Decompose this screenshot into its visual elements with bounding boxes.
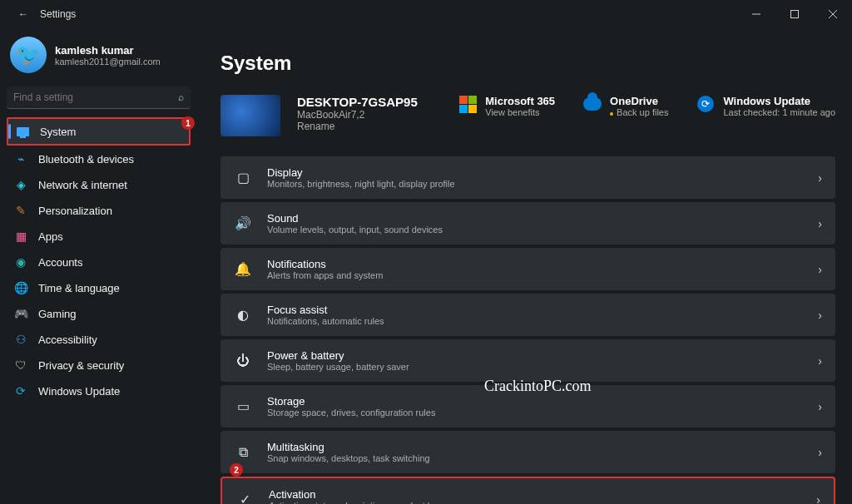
setting-notifications[interactable]: 🔔NotificationsAlerts from apps and syste… [220,248,835,290]
user-profile[interactable]: 🐦 kamlesh kumar kamlesh2011@gmail.com [7,32,196,86]
svg-rect-1 [791,11,799,18]
annotation-badge-2: 2 [230,463,243,477]
nav-label: System [40,126,76,138]
setting-power[interactable]: ⏻Power & batterySleep, battery usage, ba… [220,339,835,382]
setting-sound[interactable]: 🔊SoundVolume levels, output, input, soun… [220,202,835,245]
main-content: System DESKTOP-7GSAP95 MacBookAir7,2 Ren… [196,28,852,504]
tile-microsoft365[interactable]: Microsoft 365View benefits [458,95,555,117]
chevron-right-icon: › [818,400,822,413]
nav-bluetooth[interactable]: ⌁Bluetooth & devices [7,146,196,171]
nav-accounts[interactable]: ◉Accounts [7,250,196,274]
tile-sub: View benefits [485,107,555,117]
setting-activation[interactable]: ✓ActivationActivation state, subscriptio… [220,477,835,504]
nav-system[interactable]: System [7,117,191,146]
bluetooth-icon: ⌁ [13,151,28,166]
nav-label: Accounts [38,256,82,269]
power-icon: ⏻ [234,353,252,368]
brush-icon: ✎ [13,203,28,218]
search-icon: ⌕ [178,91,184,103]
window-title: Settings [40,8,76,20]
accessibility-icon: ⚇ [13,332,28,347]
chevron-right-icon: › [818,217,822,230]
display-icon: ▢ [234,170,252,185]
nav-windows-update[interactable]: ⟳Windows Update [7,378,196,403]
titlebar: ← Settings [0,0,852,28]
chevron-right-icon: › [818,263,822,276]
tile-windows-update[interactable]: ⟳ Windows UpdateLast checked: 1 minute a… [696,95,835,117]
sync-icon: ⟳ [13,383,28,398]
check-circle-icon: ✓ [235,492,254,504]
wifi-icon: ◈ [13,177,28,192]
nav-accessibility[interactable]: ⚇Accessibility [7,327,196,352]
chevron-right-icon: › [818,171,822,185]
minimize-button[interactable] [737,0,775,28]
setting-storage[interactable]: ▭StorageStorage space, drives, configura… [220,385,835,427]
person-icon: ◉ [13,254,28,269]
device-header: DESKTOP-7GSAP95 MacBookAir7,2 Rename Mic… [220,95,835,136]
tile-onedrive[interactable]: OneDriveBack up files [583,95,668,117]
cloud-icon [583,95,602,113]
nav-label: Accessibility [38,334,97,346]
tile-title: Microsoft 365 [485,95,555,107]
nav-label: Bluetooth & devices [38,153,134,166]
nav-label: Privacy & security [38,359,124,372]
device-thumbnail [220,95,280,136]
settings-list: ▢DisplayMonitors, brightness, night ligh… [220,156,835,504]
drive-icon: ▭ [234,398,252,414]
tile-title: Windows Update [723,95,835,107]
user-name: kamlesh kumar [55,44,161,57]
moon-icon: ◐ [234,307,252,323]
close-button[interactable] [814,0,852,28]
setting-focus-assist[interactable]: ◐Focus assistNotifications, automatic ru… [220,294,835,336]
page-title: System [220,52,835,75]
windows-icon: ⧉ [234,445,252,460]
warning-dot-icon [610,112,613,116]
sidebar: 🐦 kamlesh kumar kamlesh2011@gmail.com ⌕ … [0,28,196,504]
shield-icon: 🛡 [13,358,28,373]
tile-sub: Last checked: 1 minute ago [723,107,835,117]
tile-sub: Back up files [610,107,668,117]
nav-label: Time & language [38,282,120,294]
sound-icon: 🔊 [234,215,252,231]
nav-personalization[interactable]: ✎Personalization [7,198,196,223]
device-model: MacBookAir7,2 [297,109,418,121]
window-controls [737,0,852,28]
chevron-right-icon: › [816,493,820,505]
apps-icon: ▦ [13,229,28,244]
nav-label: Personalization [38,205,112,217]
monitor-icon [15,124,30,139]
setting-multitasking[interactable]: ⧉MultitaskingSnap windows, desktops, tas… [220,431,835,473]
chevron-right-icon: › [818,309,822,322]
nav-gaming[interactable]: 🎮Gaming [7,301,196,326]
maximize-button[interactable] [775,0,814,28]
device-name: DESKTOP-7GSAP95 [297,95,418,109]
annotation-badge-1: 1 [181,116,195,130]
gamepad-icon: 🎮 [13,306,28,321]
nav-label: Network & internet [38,179,127,191]
nav-label: Gaming [38,308,77,320]
update-icon: ⟳ [696,95,715,113]
search-input[interactable] [13,91,178,103]
bell-icon: 🔔 [234,261,252,277]
rename-link[interactable]: Rename [297,121,418,132]
nav-privacy[interactable]: 🛡Privacy & security [7,353,196,378]
avatar: 🐦 [10,37,47,73]
nav-label: Windows Update [38,385,120,398]
nav-network[interactable]: ◈Network & internet [7,172,196,197]
chevron-right-icon: › [818,446,822,459]
globe-icon: 🌐 [13,280,28,295]
tile-title: OneDrive [610,95,668,107]
search-box[interactable]: ⌕ [7,86,191,109]
nav-list: System ⌁Bluetooth & devices ◈Network & i… [7,117,196,403]
back-button[interactable]: ← [7,8,40,20]
nav-label: Apps [38,230,63,243]
setting-display[interactable]: ▢DisplayMonitors, brightness, night ligh… [220,156,835,199]
chevron-right-icon: › [818,354,822,368]
microsoft365-icon [458,95,477,113]
nav-apps[interactable]: ▦Apps [7,224,196,249]
user-email: kamlesh2011@gmail.com [55,57,161,67]
nav-time[interactable]: 🌐Time & language [7,275,196,300]
